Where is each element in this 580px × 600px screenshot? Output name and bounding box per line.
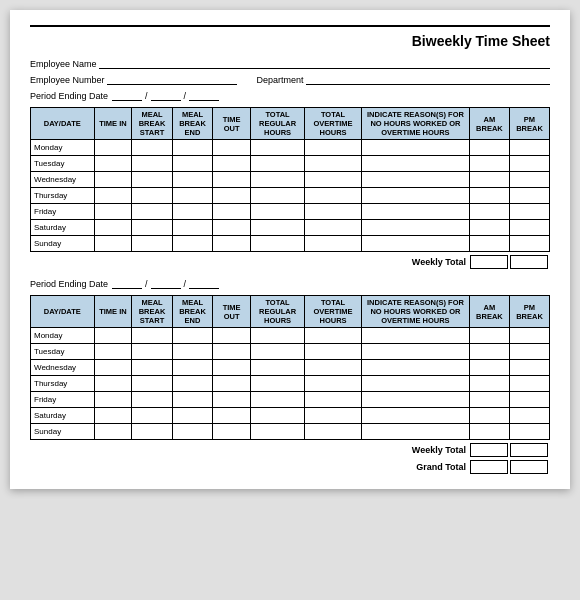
cell-w2-2-pm-break[interactable] — [509, 360, 549, 376]
cell-w2-3-pm-break[interactable] — [509, 376, 549, 392]
cell-w2-3-am-break[interactable] — [469, 376, 509, 392]
cell-w2-5-pm-break[interactable] — [509, 408, 549, 424]
cell-w1-4-time-in[interactable] — [94, 204, 132, 220]
weekly-total-overtime-2[interactable] — [510, 443, 548, 457]
cell-w1-0-pm-break[interactable] — [509, 140, 549, 156]
cell-w2-6-reasons[interactable] — [361, 424, 469, 440]
cell-w2-5-time-in[interactable] — [94, 408, 132, 424]
cell-w2-5-meal-break-end[interactable] — [172, 408, 212, 424]
cell-w2-2-reasons[interactable] — [361, 360, 469, 376]
cell-w1-3-time-in[interactable] — [94, 188, 132, 204]
cell-w2-2-total-regular[interactable] — [251, 360, 305, 376]
cell-w2-6-time-out[interactable] — [213, 424, 251, 440]
cell-w1-3-time-out[interactable] — [213, 188, 251, 204]
cell-w2-4-meal-break-end[interactable] — [172, 392, 212, 408]
cell-w2-6-meal-break-start[interactable] — [132, 424, 172, 440]
cell-w2-2-time-in[interactable] — [94, 360, 132, 376]
cell-w1-2-am-break[interactable] — [469, 172, 509, 188]
cell-w1-5-time-out[interactable] — [213, 220, 251, 236]
cell-w2-0-reasons[interactable] — [361, 328, 469, 344]
cell-w1-3-total-regular[interactable] — [251, 188, 305, 204]
cell-w2-0-total-regular[interactable] — [251, 328, 305, 344]
cell-w1-2-total-regular[interactable] — [251, 172, 305, 188]
grand-total-regular[interactable] — [470, 460, 508, 474]
cell-w1-2-meal-break-start[interactable] — [132, 172, 172, 188]
cell-w2-5-total-overtime[interactable] — [305, 408, 362, 424]
weekly-total-regular-2[interactable] — [470, 443, 508, 457]
cell-w1-5-am-break[interactable] — [469, 220, 509, 236]
cell-w2-4-am-break[interactable] — [469, 392, 509, 408]
cell-w1-3-meal-break-start[interactable] — [132, 188, 172, 204]
cell-w2-5-reasons[interactable] — [361, 408, 469, 424]
cell-w2-6-time-in[interactable] — [94, 424, 132, 440]
cell-w2-4-time-in[interactable] — [94, 392, 132, 408]
date-month-2[interactable] — [112, 277, 142, 289]
cell-w1-1-time-out[interactable] — [213, 156, 251, 172]
cell-w1-5-meal-break-start[interactable] — [132, 220, 172, 236]
date-year-1[interactable] — [189, 89, 219, 101]
cell-w1-6-meal-break-start[interactable] — [132, 236, 172, 252]
cell-w1-6-time-out[interactable] — [213, 236, 251, 252]
cell-w1-0-reasons[interactable] — [361, 140, 469, 156]
cell-w2-3-reasons[interactable] — [361, 376, 469, 392]
cell-w2-3-meal-break-start[interactable] — [132, 376, 172, 392]
cell-w1-1-pm-break[interactable] — [509, 156, 549, 172]
cell-w1-5-total-regular[interactable] — [251, 220, 305, 236]
cell-w2-3-total-overtime[interactable] — [305, 376, 362, 392]
cell-w1-5-meal-break-end[interactable] — [172, 220, 212, 236]
cell-w2-2-meal-break-start[interactable] — [132, 360, 172, 376]
cell-w1-4-time-out[interactable] — [213, 204, 251, 220]
cell-w1-2-time-in[interactable] — [94, 172, 132, 188]
cell-w2-0-am-break[interactable] — [469, 328, 509, 344]
cell-w2-1-total-overtime[interactable] — [305, 344, 362, 360]
cell-w1-5-total-overtime[interactable] — [305, 220, 362, 236]
cell-w2-6-meal-break-end[interactable] — [172, 424, 212, 440]
cell-w2-0-time-in[interactable] — [94, 328, 132, 344]
cell-w2-6-total-regular[interactable] — [251, 424, 305, 440]
cell-w2-1-meal-break-end[interactable] — [172, 344, 212, 360]
cell-w1-6-time-in[interactable] — [94, 236, 132, 252]
cell-w2-4-total-regular[interactable] — [251, 392, 305, 408]
cell-w2-0-meal-break-start[interactable] — [132, 328, 172, 344]
cell-w1-6-reasons[interactable] — [361, 236, 469, 252]
cell-w1-4-meal-break-start[interactable] — [132, 204, 172, 220]
cell-w1-4-pm-break[interactable] — [509, 204, 549, 220]
date-month-1[interactable] — [112, 89, 142, 101]
cell-w2-4-meal-break-start[interactable] — [132, 392, 172, 408]
cell-w2-1-pm-break[interactable] — [509, 344, 549, 360]
grand-total-overtime[interactable] — [510, 460, 548, 474]
weekly-total-regular-1[interactable] — [470, 255, 508, 269]
cell-w1-4-reasons[interactable] — [361, 204, 469, 220]
cell-w2-0-time-out[interactable] — [213, 328, 251, 344]
cell-w1-0-time-out[interactable] — [213, 140, 251, 156]
cell-w2-1-meal-break-start[interactable] — [132, 344, 172, 360]
cell-w1-5-time-in[interactable] — [94, 220, 132, 236]
cell-w1-3-total-overtime[interactable] — [305, 188, 362, 204]
cell-w2-0-pm-break[interactable] — [509, 328, 549, 344]
cell-w1-5-pm-break[interactable] — [509, 220, 549, 236]
cell-w2-2-am-break[interactable] — [469, 360, 509, 376]
cell-w1-4-total-regular[interactable] — [251, 204, 305, 220]
cell-w1-4-meal-break-end[interactable] — [172, 204, 212, 220]
cell-w1-3-pm-break[interactable] — [509, 188, 549, 204]
cell-w2-6-am-break[interactable] — [469, 424, 509, 440]
cell-w2-4-time-out[interactable] — [213, 392, 251, 408]
cell-w2-6-total-overtime[interactable] — [305, 424, 362, 440]
cell-w1-1-meal-break-start[interactable] — [132, 156, 172, 172]
cell-w2-0-meal-break-end[interactable] — [172, 328, 212, 344]
cell-w2-3-total-regular[interactable] — [251, 376, 305, 392]
cell-w2-2-total-overtime[interactable] — [305, 360, 362, 376]
date-day-1[interactable] — [151, 89, 181, 101]
cell-w1-2-pm-break[interactable] — [509, 172, 549, 188]
cell-w2-6-pm-break[interactable] — [509, 424, 549, 440]
cell-w1-0-meal-break-end[interactable] — [172, 140, 212, 156]
cell-w1-0-time-in[interactable] — [94, 140, 132, 156]
department-input[interactable] — [306, 73, 550, 85]
cell-w1-1-reasons[interactable] — [361, 156, 469, 172]
cell-w1-6-pm-break[interactable] — [509, 236, 549, 252]
cell-w2-1-total-regular[interactable] — [251, 344, 305, 360]
cell-w2-3-meal-break-end[interactable] — [172, 376, 212, 392]
cell-w1-2-reasons[interactable] — [361, 172, 469, 188]
cell-w2-0-total-overtime[interactable] — [305, 328, 362, 344]
cell-w2-3-time-in[interactable] — [94, 376, 132, 392]
